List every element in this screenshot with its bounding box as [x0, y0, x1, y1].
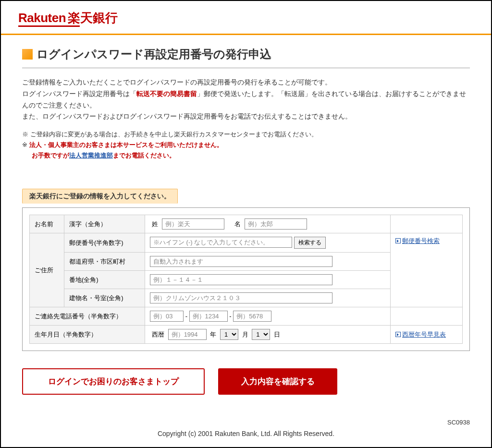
zip-input-cell: 検索する — [145, 233, 391, 253]
link-icon — [395, 332, 401, 337]
form-section-label: 楽天銀行にご登録の情報を入力してください。 — [22, 189, 178, 204]
page-title: ログインパスワード再設定用番号の発行申込 — [37, 47, 271, 62]
sei-label: 姓 — [152, 220, 158, 228]
logo-bank-text: 楽天銀行 — [68, 10, 118, 26]
phone2-input[interactable] — [189, 311, 228, 322]
page-title-row: ログインパスワード再設定用番号の発行申込 — [22, 47, 470, 68]
name-group-label: お名前 — [30, 215, 64, 233]
year-suffix: 年 — [210, 331, 216, 338]
notes: ※ ご登録内容に変更がある場合は、お手続きを中止し楽天銀行カスタマーセンターまで… — [22, 129, 470, 161]
day-suffix: 日 — [274, 331, 280, 338]
link-icon — [395, 238, 401, 243]
zip-input[interactable] — [150, 237, 292, 248]
name-side-cell — [391, 215, 463, 233]
dash1: - — [185, 313, 187, 320]
mei-label: 名 — [234, 220, 241, 228]
dob-label: 生年月日（半角数字） — [30, 326, 145, 344]
era-label: 西暦 — [152, 331, 164, 338]
name-input-cell: 姓 名 — [145, 215, 391, 233]
confirm-button[interactable]: 入力内容を確認する — [218, 368, 337, 395]
form-table: お名前 漢字（全角） 姓 名 ご住所 郵便番号(半角数字) 検索する — [29, 215, 463, 344]
building-input-cell — [145, 289, 391, 307]
address-group-label: ご住所 — [30, 233, 64, 307]
month-suffix: 月 — [242, 331, 248, 338]
month-select[interactable]: 1 — [220, 329, 238, 340]
name-kanji-label: 漢字（全角） — [64, 215, 145, 233]
form-wrapper: お名前 漢字（全角） 姓 名 ご住所 郵便番号(半角数字) 検索する — [22, 207, 470, 351]
intro-line3: また、ログインパスワードおよびログインパスワード再設定用番号をお電話でお伝えする… — [22, 112, 352, 120]
mei-input[interactable] — [245, 218, 307, 230]
pref-input-cell — [145, 253, 391, 271]
building-label: 建物名・号室(全角) — [64, 289, 145, 307]
intro-line2a: ログインパスワード再設定用番号は「 — [22, 90, 136, 97]
pref-input[interactable] — [150, 256, 332, 267]
back-button[interactable]: ログインでお困りのお客さまトップ — [22, 368, 205, 395]
street-input-cell — [145, 271, 391, 289]
zip-search-button[interactable]: 検索する — [294, 237, 326, 249]
logo-brand: Rakuten — [18, 11, 66, 25]
header: Rakuten 楽天銀行 — [1, 1, 491, 34]
dash2: - — [229, 313, 231, 320]
phone3-input[interactable] — [233, 311, 271, 322]
button-row: ログインでお困りのお客さまトップ 入力内容を確認する — [22, 368, 470, 395]
intro-line2-red: 転送不要の簡易書留 — [136, 90, 197, 97]
building-input[interactable] — [150, 292, 332, 303]
title-square-icon — [22, 49, 33, 60]
dob-side-cell: 西暦年号早見表 — [391, 326, 463, 344]
address-side-cell: 郵便番号検索 — [391, 233, 463, 307]
phone1-input[interactable] — [150, 311, 184, 322]
phone-input-cell: - - — [145, 307, 391, 326]
row-phone: ご連絡先電話番号（半角数字） - - — [30, 307, 463, 326]
row-name: お名前 漢字（全角） 姓 名 — [30, 215, 463, 233]
footer-code: SC0938 — [22, 419, 470, 426]
note-2: ※ 法人・個人事業主のお客さまは本サービスをご利用いただけません。 — [22, 140, 470, 150]
phone-side-cell — [391, 307, 463, 326]
copyright: Copyright (c) 2001 Rakuten Bank, Ltd. Al… — [22, 430, 470, 437]
street-input[interactable] — [150, 274, 332, 285]
sei-input[interactable] — [162, 218, 224, 230]
corporate-sales-link[interactable]: 法人営業推進部 — [69, 152, 113, 159]
phone-label: ご連絡先電話番号（半角数字） — [30, 307, 145, 326]
intro-text: ご登録情報をご入力いただくことでログインパスワードの再設定用番号の発行を承ること… — [22, 77, 470, 122]
day-select[interactable]: 1 — [252, 329, 270, 340]
intro-line1: ご登録情報をご入力いただくことでログインパスワードの再設定用番号の発行を承ること… — [22, 78, 332, 86]
street-label: 番地(全角) — [64, 271, 145, 289]
row-dob: 生年月日（半角数字） 西暦 年 1 月 1 日 西暦年号早見表 — [30, 326, 463, 344]
row-zip: ご住所 郵便番号(半角数字) 検索する 郵便番号検索 — [30, 233, 463, 253]
logo: Rakuten 楽天銀行 — [18, 10, 474, 26]
dob-input-cell: 西暦 年 1 月 1 日 — [145, 326, 391, 344]
postal-search-link[interactable]: 郵便番号検索 — [402, 237, 440, 244]
note-1: ※ ご登録内容に変更がある場合は、お手続きを中止し楽天銀行カスタマーセンターまで… — [22, 129, 470, 140]
year-input[interactable] — [168, 329, 207, 340]
note-3: お手数ですが法人営業推進部までお電話ください。 — [22, 150, 470, 161]
zip-label: 郵便番号(半角数字) — [64, 233, 145, 253]
pref-label: 都道府県・市区町村 — [64, 253, 145, 271]
era-table-link[interactable]: 西暦年号早見表 — [402, 331, 446, 338]
